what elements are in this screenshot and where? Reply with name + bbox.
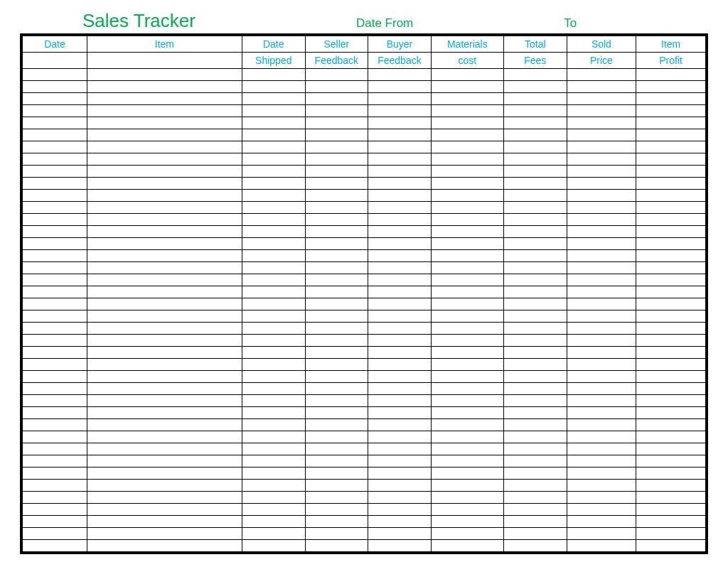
table-cell[interactable] [23, 298, 87, 310]
table-cell[interactable] [23, 407, 87, 419]
table-cell[interactable] [431, 298, 503, 310]
table-cell[interactable] [242, 504, 305, 516]
table-cell[interactable] [23, 480, 87, 492]
table-cell[interactable] [23, 129, 87, 141]
table-cell[interactable] [636, 419, 706, 431]
table-cell[interactable] [567, 323, 636, 335]
table-cell[interactable] [503, 395, 567, 407]
table-cell[interactable] [23, 238, 87, 250]
table-cell[interactable] [567, 93, 636, 105]
table-cell[interactable] [503, 419, 567, 431]
table-cell[interactable] [431, 395, 503, 407]
table-cell[interactable] [636, 528, 706, 540]
table-cell[interactable] [87, 443, 242, 455]
table-cell[interactable] [503, 540, 567, 552]
table-cell[interactable] [636, 480, 706, 492]
table-cell[interactable] [636, 516, 706, 528]
table-cell[interactable] [567, 250, 636, 262]
table-cell[interactable] [636, 81, 706, 93]
table-cell[interactable] [242, 214, 305, 226]
table-cell[interactable] [87, 298, 242, 310]
table-cell[interactable] [368, 480, 432, 492]
table-cell[interactable] [305, 105, 368, 117]
table-cell[interactable] [567, 480, 636, 492]
table-cell[interactable] [567, 166, 636, 178]
table-cell[interactable] [305, 480, 368, 492]
table-cell[interactable] [567, 371, 636, 383]
table-cell[interactable] [87, 455, 242, 468]
table-cell[interactable] [503, 431, 567, 443]
table-cell[interactable] [368, 310, 432, 323]
table-cell[interactable] [503, 504, 567, 516]
table-cell[interactable] [242, 286, 305, 298]
table-cell[interactable] [431, 178, 503, 190]
table-cell[interactable] [567, 298, 636, 310]
table-cell[interactable] [503, 190, 567, 202]
table-cell[interactable] [242, 468, 305, 480]
table-cell[interactable] [636, 468, 706, 480]
table-cell[interactable] [567, 347, 636, 359]
table-cell[interactable] [431, 117, 503, 129]
table-cell[interactable] [503, 407, 567, 419]
table-cell[interactable] [23, 117, 87, 129]
table-cell[interactable] [503, 117, 567, 129]
table-cell[interactable] [368, 262, 432, 274]
table-cell[interactable] [87, 347, 242, 359]
table-cell[interactable] [431, 492, 503, 504]
table-cell[interactable] [368, 274, 432, 286]
table-cell[interactable] [305, 431, 368, 443]
table-cell[interactable] [23, 540, 87, 552]
table-cell[interactable] [636, 117, 706, 129]
table-cell[interactable] [242, 238, 305, 250]
table-cell[interactable] [567, 153, 636, 166]
table-cell[interactable] [636, 141, 706, 153]
table-cell[interactable] [431, 262, 503, 274]
table-cell[interactable] [242, 431, 305, 443]
table-cell[interactable] [305, 504, 368, 516]
table-cell[interactable] [87, 153, 242, 166]
table-cell[interactable] [636, 202, 706, 214]
table-cell[interactable] [567, 117, 636, 129]
table-cell[interactable] [87, 359, 242, 371]
table-cell[interactable] [87, 274, 242, 286]
table-cell[interactable] [368, 286, 432, 298]
table-cell[interactable] [368, 166, 432, 178]
table-cell[interactable] [431, 250, 503, 262]
table-cell[interactable] [567, 69, 636, 81]
table-cell[interactable] [305, 166, 368, 178]
table-cell[interactable] [242, 141, 305, 153]
table-cell[interactable] [503, 298, 567, 310]
table-cell[interactable] [503, 286, 567, 298]
table-cell[interactable] [431, 443, 503, 455]
table-cell[interactable] [636, 383, 706, 395]
table-cell[interactable] [305, 455, 368, 468]
table-cell[interactable] [567, 395, 636, 407]
table-cell[interactable] [431, 274, 503, 286]
table-cell[interactable] [23, 455, 87, 468]
table-cell[interactable] [567, 310, 636, 323]
table-cell[interactable] [368, 81, 432, 93]
table-cell[interactable] [305, 335, 368, 347]
table-cell[interactable] [242, 190, 305, 202]
table-cell[interactable] [636, 455, 706, 468]
table-cell[interactable] [368, 443, 432, 455]
table-cell[interactable] [87, 117, 242, 129]
table-cell[interactable] [503, 323, 567, 335]
table-cell[interactable] [503, 516, 567, 528]
table-cell[interactable] [567, 202, 636, 214]
table-cell[interactable] [503, 178, 567, 190]
table-cell[interactable] [87, 69, 242, 81]
table-cell[interactable] [23, 419, 87, 431]
table-cell[interactable] [242, 310, 305, 323]
table-cell[interactable] [567, 431, 636, 443]
table-cell[interactable] [305, 310, 368, 323]
table-cell[interactable] [368, 190, 432, 202]
table-cell[interactable] [242, 492, 305, 504]
table-cell[interactable] [636, 298, 706, 310]
table-cell[interactable] [87, 335, 242, 347]
table-cell[interactable] [242, 117, 305, 129]
table-cell[interactable] [305, 468, 368, 480]
table-cell[interactable] [431, 347, 503, 359]
table-cell[interactable] [87, 105, 242, 117]
table-cell[interactable] [503, 468, 567, 480]
